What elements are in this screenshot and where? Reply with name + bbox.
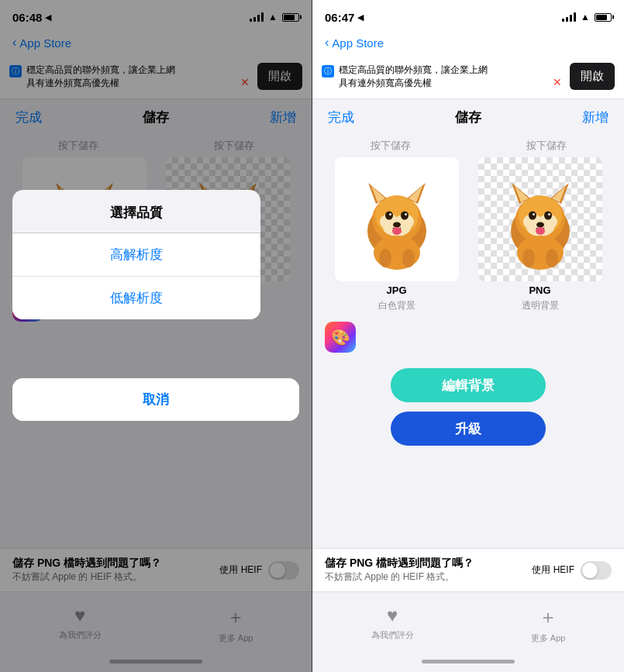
sheet-option-hd[interactable]: 高解析度 bbox=[12, 233, 260, 277]
modal-overlay-left[interactable]: 選擇品質 高解析度 低解析度 取消 bbox=[0, 0, 312, 672]
preview-png-box-right bbox=[478, 157, 602, 281]
preview-area-right: JPG 白色背景 bbox=[312, 157, 624, 322]
nav-rate-right[interactable]: ♥ 為我們評分 bbox=[371, 605, 414, 644]
preview-jpg-box-right bbox=[335, 157, 459, 281]
plus-icon-right: ＋ bbox=[539, 605, 557, 629]
nav-more-right[interactable]: ＋ 更多 App bbox=[531, 605, 566, 644]
back-row-right[interactable]: ‹ App Store bbox=[312, 34, 624, 54]
toolbar-right: 完成 儲存 新增 bbox=[312, 99, 624, 136]
svg-point-48 bbox=[385, 212, 393, 220]
svg-point-56 bbox=[402, 249, 415, 267]
nav-more-label-right: 更多 App bbox=[531, 632, 566, 644]
svg-point-75 bbox=[546, 249, 558, 267]
ad-info-icon-right: ⓘ bbox=[322, 65, 334, 78]
ad-banner-right: ⓘ 穩定高品質的聯外頻寬，讓企業上網具有連外頻寬高優先權 ✕ 開啟 bbox=[312, 54, 624, 99]
signal-bars-right bbox=[562, 12, 576, 22]
toolbar-done-right[interactable]: 完成 bbox=[328, 109, 354, 126]
action-sheet-left: 選擇品質 高解析度 低解析度 bbox=[12, 190, 260, 319]
left-panel: 06:48 ◀ ▲ ‹ App Store ⓘ 穩定高品質的聯外頻寬，讓企業上網… bbox=[0, 0, 312, 672]
ad-text-right: 穩定高品質的聯外頻寬，讓企業上網具有連外頻寬高優先權 bbox=[339, 64, 553, 90]
toggle-container-right: 使用 HEIF bbox=[532, 561, 612, 580]
rbar3 bbox=[570, 15, 572, 22]
rbar4 bbox=[574, 12, 576, 22]
save-hint-row-right: 按下儲存 按下儲存 bbox=[312, 136, 624, 157]
sheet-option-ld[interactable]: 低解析度 bbox=[12, 277, 260, 319]
home-bar-right bbox=[422, 660, 515, 663]
signal-arrow-right: ◀ bbox=[357, 12, 364, 22]
heart-icon-right: ♥ bbox=[387, 605, 398, 626]
bottom-info-right: 儲存 PNG 檔時遇到問題了嗎？ 不妨嘗試 Apple 的 HEIF 格式。 使… bbox=[312, 548, 624, 591]
svg-point-49 bbox=[401, 212, 409, 220]
svg-point-74 bbox=[522, 249, 535, 267]
spacer-right bbox=[312, 455, 624, 548]
svg-point-72 bbox=[536, 227, 545, 235]
dog-svg-jpg-right bbox=[346, 169, 447, 270]
ad-close-right[interactable]: ✕ bbox=[553, 76, 562, 88]
sheet-cancel-btn-left[interactable]: 取消 bbox=[12, 378, 299, 421]
svg-point-51 bbox=[405, 213, 407, 215]
rbar1 bbox=[562, 19, 564, 22]
back-chevron-right: ‹ bbox=[325, 36, 329, 50]
svg-point-68 bbox=[544, 212, 552, 220]
battery-fill-right bbox=[596, 15, 607, 20]
svg-point-69 bbox=[533, 213, 535, 215]
dog-svg-png-right bbox=[490, 169, 591, 270]
sheet-title-left: 選擇品質 bbox=[12, 190, 260, 233]
action-sheet-container: 選擇品質 高解析度 低解析度 取消 bbox=[0, 190, 312, 421]
white-bg-right bbox=[335, 157, 459, 281]
toggle-knob-right bbox=[582, 563, 598, 578]
home-indicator-right bbox=[312, 650, 624, 672]
preview-sublabel-png-right: 透明背景 bbox=[522, 299, 559, 312]
toggle-heif-right[interactable] bbox=[581, 561, 612, 580]
bottom-nav-right: ♥ 為我們評分 ＋ 更多 App bbox=[312, 591, 624, 650]
preview-label-jpg-right: JPG bbox=[386, 284, 406, 296]
preview-card-png-right: PNG 透明背景 bbox=[478, 157, 602, 312]
svg-point-53 bbox=[392, 227, 402, 235]
bottom-info-text-right: 儲存 PNG 檔時遇到問題了嗎？ 不妨嘗試 Apple 的 HEIF 格式。 bbox=[325, 557, 474, 584]
ad-text-block-right: 穩定高品質的聯外頻寬，讓企業上網具有連外頻寬高優先權 bbox=[339, 64, 553, 90]
bottom-info-title-right: 儲存 PNG 檔時遇到問題了嗎？ bbox=[325, 557, 474, 570]
wifi-icon-right: ▲ bbox=[581, 12, 590, 22]
ad-left-right: ⓘ 穩定高品質的聯外頻寬，讓企業上網具有連外頻寬高優先權 bbox=[322, 64, 553, 90]
status-time-right: 06:47 bbox=[325, 11, 354, 24]
battery-right bbox=[595, 13, 612, 22]
status-bar-right: 06:47 ◀ ▲ bbox=[312, 0, 624, 34]
svg-point-52 bbox=[393, 222, 401, 228]
action-buttons-right: 編輯背景 升級 bbox=[312, 359, 624, 455]
right-panel: 06:47 ◀ ▲ ‹ App Store ⓘ 穩定高品質的聯外頻寬，讓企業上網… bbox=[312, 0, 624, 672]
rbar2 bbox=[566, 17, 568, 22]
edit-bg-button[interactable]: 編輯背景 bbox=[391, 368, 546, 402]
preview-card-jpg-right: JPG 白色背景 bbox=[335, 157, 459, 312]
app-icon-right: 🎨 bbox=[325, 322, 356, 353]
toggle-label-right: 使用 HEIF bbox=[532, 563, 574, 577]
status-left-right: 06:47 ◀ bbox=[325, 11, 364, 24]
preview-label-png-right: PNG bbox=[529, 284, 550, 296]
app-icon-row-right: 🎨 bbox=[312, 322, 624, 359]
upgrade-button[interactable]: 升級 bbox=[391, 412, 546, 446]
svg-point-70 bbox=[548, 213, 550, 215]
nav-rate-label-right: 為我們評分 bbox=[371, 629, 414, 641]
svg-point-50 bbox=[389, 213, 391, 215]
svg-point-67 bbox=[529, 212, 536, 220]
bottom-info-subtitle-right: 不妨嘗試 Apple 的 HEIF 格式。 bbox=[325, 570, 474, 584]
toolbar-add-right[interactable]: 新增 bbox=[582, 109, 608, 126]
save-hint-1-right: 按下儲存 bbox=[312, 139, 468, 153]
status-icons-right: ▲ bbox=[562, 12, 612, 22]
preview-sublabel-jpg-right: 白色背景 bbox=[378, 299, 415, 312]
ad-open-btn-right[interactable]: 開啟 bbox=[570, 63, 615, 90]
toolbar-title-right: 儲存 bbox=[455, 109, 481, 126]
svg-point-71 bbox=[536, 222, 544, 228]
sheet-cancel-left: 取消 bbox=[12, 378, 299, 421]
back-label-right[interactable]: App Store bbox=[332, 36, 384, 50]
save-hint-2-right: 按下儲存 bbox=[468, 139, 624, 153]
svg-point-55 bbox=[379, 249, 391, 267]
